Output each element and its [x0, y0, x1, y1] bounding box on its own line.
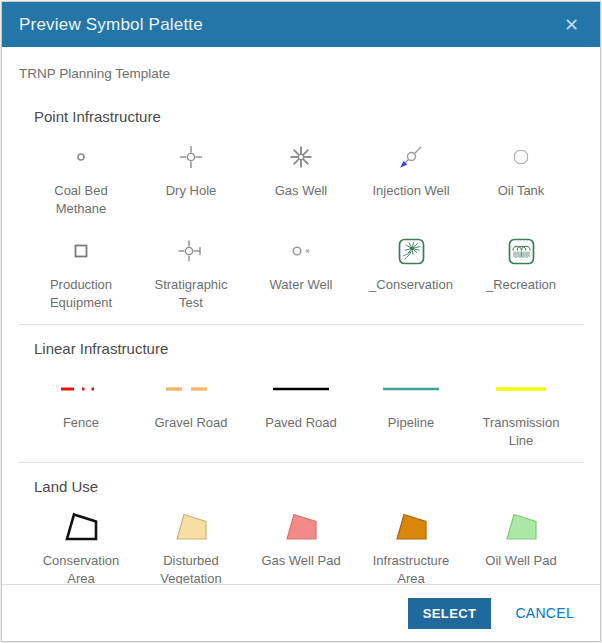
- dialog-header: Preview Symbol Palette ✕: [2, 2, 600, 47]
- palette-item-disturbed-vegetation-polygon: Disturbed Vegetation: [136, 499, 246, 584]
- paved-road-line-icon: [269, 369, 333, 409]
- palette-item-dry-hole: Dry Hole: [136, 129, 246, 217]
- palette-item-conservation-area-polygon: Conservation Area: [26, 499, 136, 584]
- palette-item-label: Stratigraphic Test: [143, 276, 240, 311]
- palette-item-production-equipment: Production Equipment: [26, 223, 136, 311]
- fence-line-icon: [57, 369, 105, 409]
- palette-item-label: Infrastructure Area: [363, 552, 460, 584]
- palette-item-label: Production Equipment: [33, 276, 130, 311]
- palette-item-coal-bed-methane: Coal Bed Methane: [26, 129, 136, 217]
- palette-item-label: Paved Road: [265, 414, 337, 432]
- gravel-road-line-icon: [162, 369, 220, 409]
- palette-item-label: Conservation Area: [33, 552, 130, 584]
- section-title: Land Use: [18, 478, 584, 495]
- palette-item-conservation: _Conservation: [356, 223, 466, 311]
- palette-item-label: Water Well: [270, 276, 333, 294]
- palette-item-oil-well-pad-polygon: Oil Well Pad: [466, 499, 576, 584]
- preview-symbol-palette-dialog: Preview Symbol Palette ✕ TRNP Planning T…: [1, 1, 601, 642]
- palette-sections: Point InfrastructureCoal Bed MethaneDry …: [2, 93, 600, 584]
- palette-item-label: Oil Well Pad: [485, 552, 556, 570]
- palette-item-label: Dry Hole: [166, 182, 217, 200]
- symbol-grid: Conservation AreaDisturbed VegetationGas…: [26, 499, 576, 584]
- symbol-grid: FenceGravel RoadPaved RoadPipelineTransm…: [26, 361, 576, 449]
- palette-item-stratigraphic-test: Stratigraphic Test: [136, 223, 246, 311]
- section-land-use: Land UseConservation AreaDisturbed Veget…: [18, 462, 584, 584]
- infrastructure-area-polygon-icon: [393, 507, 429, 547]
- palette-item-label: _Conservation: [369, 276, 453, 294]
- section-title: Linear Infrastructure: [18, 340, 584, 357]
- disturbed-vegetation-polygon-icon: [173, 507, 209, 547]
- conservation-icon: [398, 231, 425, 271]
- palette-item-label: Gravel Road: [155, 414, 228, 432]
- palette-item-label: Transmission Line: [473, 414, 570, 449]
- oil-well-pad-polygon-icon: [503, 507, 539, 547]
- section-point-infrastructure: Point InfrastructureCoal Bed MethaneDry …: [18, 93, 584, 324]
- dialog-content: TRNP Planning Template Point Infrastruct…: [2, 47, 600, 584]
- palette-item-label: _Recreation: [486, 276, 556, 294]
- palette-item-infrastructure-area-polygon: Infrastructure Area: [356, 499, 466, 584]
- injection-well-icon: [394, 137, 428, 177]
- section-title: Point Infrastructure: [18, 108, 584, 125]
- recreation-icon: [508, 231, 535, 271]
- palette-item-gravel-road-line: Gravel Road: [136, 361, 246, 449]
- conservation-area-polygon-icon: [63, 507, 99, 547]
- gas-well-icon: [286, 137, 316, 177]
- close-icon[interactable]: ✕: [560, 14, 583, 36]
- dialog-title: Preview Symbol Palette: [19, 15, 203, 35]
- palette-item-label: Oil Tank: [498, 182, 545, 200]
- stratigraphic-test-icon: [175, 231, 207, 271]
- pipeline-line-icon: [379, 369, 443, 409]
- palette-item-water-well: Water Well: [246, 223, 356, 311]
- gas-well-pad-polygon-icon: [283, 507, 319, 547]
- palette-item-pipeline-line: Pipeline: [356, 361, 466, 449]
- water-well-icon: [284, 231, 318, 271]
- transmission-line-icon: [492, 369, 550, 409]
- palette-item-label: Injection Well: [372, 182, 449, 200]
- palette-item-gas-well-pad-polygon: Gas Well Pad: [246, 499, 356, 584]
- palette-item-paved-road-line: Paved Road: [246, 361, 356, 449]
- palette-item-label: Pipeline: [388, 414, 434, 432]
- palette-item-label: Gas Well: [275, 182, 328, 200]
- oil-tank-icon: [506, 137, 536, 177]
- symbol-grid: Coal Bed MethaneDry HoleGas WellInjectio…: [26, 129, 576, 311]
- palette-item-oil-tank: Oil Tank: [466, 129, 576, 217]
- palette-item-fence-line: Fence: [26, 361, 136, 449]
- template-name: TRNP Planning Template: [2, 66, 600, 81]
- dry-hole-icon: [176, 137, 206, 177]
- palette-item-label: Fence: [63, 414, 99, 432]
- coal-bed-methane-icon: [66, 137, 96, 177]
- production-equipment-icon: [66, 231, 96, 271]
- cancel-button[interactable]: CANCEL: [515, 605, 574, 621]
- palette-item-gas-well: Gas Well: [246, 129, 356, 217]
- palette-item-label: Gas Well Pad: [261, 552, 340, 570]
- section-linear-infrastructure: Linear InfrastructureFenceGravel RoadPav…: [18, 324, 584, 462]
- palette-item-injection-well: Injection Well: [356, 129, 466, 217]
- dialog-footer: SELECT CANCEL: [2, 584, 600, 641]
- palette-item-transmission-line: Transmission Line: [466, 361, 576, 449]
- palette-item-label: Coal Bed Methane: [33, 182, 130, 217]
- palette-item-recreation: _Recreation: [466, 223, 576, 311]
- select-button[interactable]: SELECT: [408, 598, 492, 629]
- palette-item-label: Disturbed Vegetation: [143, 552, 240, 584]
